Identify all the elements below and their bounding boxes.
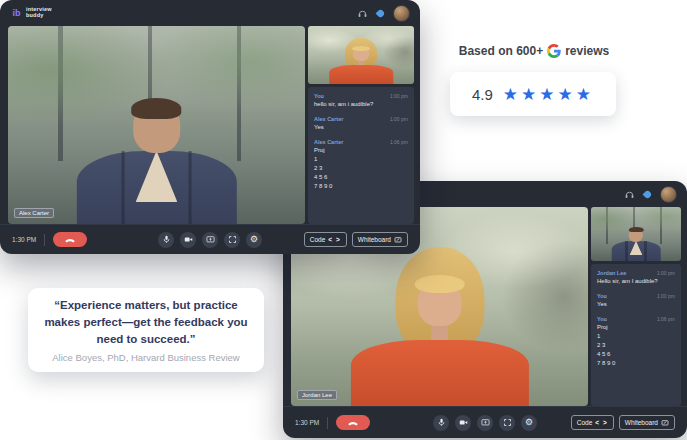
- window1-sidebar: You 1:00 pm hello sir, am i audible? Ale…: [308, 26, 414, 224]
- chat-time: 1:00 pm: [657, 270, 675, 276]
- whiteboard-label: Whiteboard: [625, 419, 658, 426]
- chat-message: Alex Carter 1:00 pm Yes: [314, 116, 408, 132]
- call-toolbar: 1:30 PM ⚙ Code< > Whiteboard: [283, 406, 687, 438]
- rating-caption: Based on 600+ reviews: [450, 44, 618, 58]
- call-time: 1:30 PM: [295, 419, 319, 426]
- chat-text: hello sir, am i audible?: [314, 100, 408, 109]
- rating-stars: ★★★★★: [503, 86, 594, 103]
- chat-time: 1:00 pm: [390, 116, 408, 122]
- toolbar-icons: ⚙: [158, 232, 262, 248]
- chat-panel[interactable]: Jordan Lee 1:00 pm Hello sir, am I audib…: [591, 264, 681, 406]
- chat-sender: You: [597, 316, 607, 322]
- chat-sender: Alex Carter: [314, 116, 343, 122]
- chat-message: Jordan Lee 1:00 pm Hello sir, am I audib…: [597, 270, 675, 286]
- testimonial-attribution: Alice Boyes, PhD, Harvard Business Revie…: [52, 352, 239, 363]
- logo-line2: buddy: [26, 13, 52, 19]
- chat-sender: Jordan Lee: [597, 270, 626, 276]
- participant-nametag: Jordan Lee: [297, 390, 337, 400]
- settings-gear-button[interactable]: ⚙: [246, 232, 262, 248]
- rating-card: 4.9 ★★★★★: [450, 72, 616, 116]
- camera-button[interactable]: [180, 232, 196, 248]
- headset-icon[interactable]: [624, 189, 635, 200]
- headset-icon[interactable]: [357, 8, 368, 19]
- code-label: Code: [577, 419, 593, 426]
- whiteboard-pen-icon: [394, 236, 402, 244]
- testimonial-card: “Experience matters, but practice makes …: [28, 288, 264, 372]
- toolbar-icons: ⚙: [433, 415, 537, 431]
- rating-caption-prefix: Based on 600+: [459, 44, 543, 58]
- chat-text: Proj 1 2 3 4 5 6 7 8 9 0: [597, 323, 675, 368]
- participant-woman: [308, 26, 414, 84]
- chat-text: Hello sir, am I audible?: [597, 277, 675, 286]
- settings-gear-button[interactable]: ⚙: [521, 415, 537, 431]
- camera-button[interactable]: [455, 415, 471, 431]
- drop-icon[interactable]: [375, 8, 386, 19]
- window2-sidebar: Jordan Lee 1:00 pm Hello sir, am I audib…: [591, 207, 681, 406]
- user-avatar[interactable]: [393, 5, 410, 22]
- chat-message: You 1:00 pm hello sir, am i audible?: [314, 93, 408, 109]
- whiteboard-label: Whiteboard: [358, 236, 391, 243]
- participant-man: [591, 207, 681, 261]
- participant-man: [8, 26, 305, 224]
- drop-icon[interactable]: [642, 189, 653, 200]
- fullscreen-button[interactable]: [499, 415, 515, 431]
- chat-sender: You: [597, 293, 607, 299]
- chat-text: Yes: [597, 300, 675, 309]
- participant-nametag: Alex Carter: [14, 208, 54, 218]
- call-time: 1:30 PM: [12, 236, 36, 243]
- user-avatar[interactable]: [660, 186, 677, 203]
- chat-time: 1:06 pm: [657, 316, 675, 322]
- interviewbuddy-logo: ib interview buddy: [10, 7, 52, 20]
- call-toolbar: 1:30 PM ⚙ Code< > Whiteboard: [0, 224, 420, 254]
- screen-share-button[interactable]: [477, 415, 493, 431]
- chat-message: Alex Carter 1:06 pm Proj 1 2 3 4 5 6 7 8…: [314, 139, 408, 191]
- marketing-composite: Jordan Lee Jordan Lee 1:00 pm Hello: [0, 0, 687, 440]
- code-label: Code: [310, 236, 326, 243]
- logo-monogram-icon: ib: [10, 7, 23, 20]
- hangup-button[interactable]: [336, 415, 370, 430]
- divider: [44, 234, 45, 246]
- interview-window-1: ib interview buddy Alex Carter: [0, 0, 420, 254]
- main-video-alex: Alex Carter: [8, 26, 305, 224]
- window1-header: ib interview buddy: [0, 0, 420, 26]
- chat-sender: Alex Carter: [314, 139, 343, 145]
- screen-share-button[interactable]: [202, 232, 218, 248]
- chat-message: You 1:06 pm Proj 1 2 3 4 5 6 7 8 9 0: [597, 316, 675, 368]
- chat-time: 1:00 pm: [657, 293, 675, 299]
- code-button[interactable]: Code< >: [304, 232, 347, 247]
- rating-caption-suffix: reviews: [565, 44, 609, 58]
- chat-text: Yes: [314, 123, 408, 132]
- hangup-button[interactable]: [53, 232, 87, 247]
- self-video-thumbnail[interactable]: [308, 26, 414, 84]
- chat-time: 1:00 pm: [390, 93, 408, 99]
- chat-message: You 1:00 pm Yes: [597, 293, 675, 309]
- whiteboard-button[interactable]: Whiteboard: [619, 415, 675, 430]
- code-glyph-icon: < >: [328, 236, 340, 243]
- chat-sender: You: [314, 93, 324, 99]
- code-glyph-icon: < >: [595, 419, 607, 426]
- chat-panel[interactable]: You 1:00 pm hello sir, am i audible? Ale…: [308, 87, 414, 224]
- window1-body: Alex Carter You 1:00 pm hello sir, a: [8, 26, 414, 224]
- code-button[interactable]: Code< >: [571, 415, 614, 430]
- whiteboard-button[interactable]: Whiteboard: [352, 232, 408, 247]
- whiteboard-pen-icon: [661, 419, 669, 427]
- google-logo-icon: [547, 44, 561, 58]
- divider: [327, 417, 328, 429]
- mic-button[interactable]: [158, 232, 174, 248]
- self-video-thumbnail[interactable]: [591, 207, 681, 261]
- rating-score: 4.9: [472, 86, 493, 103]
- mic-button[interactable]: [433, 415, 449, 431]
- testimonial-quote: “Experience matters, but practice makes …: [40, 297, 252, 347]
- fullscreen-button[interactable]: [224, 232, 240, 248]
- chat-text: Proj 1 2 3 4 5 6 7 8 9 0: [314, 146, 408, 191]
- chat-time: 1:06 pm: [390, 139, 408, 145]
